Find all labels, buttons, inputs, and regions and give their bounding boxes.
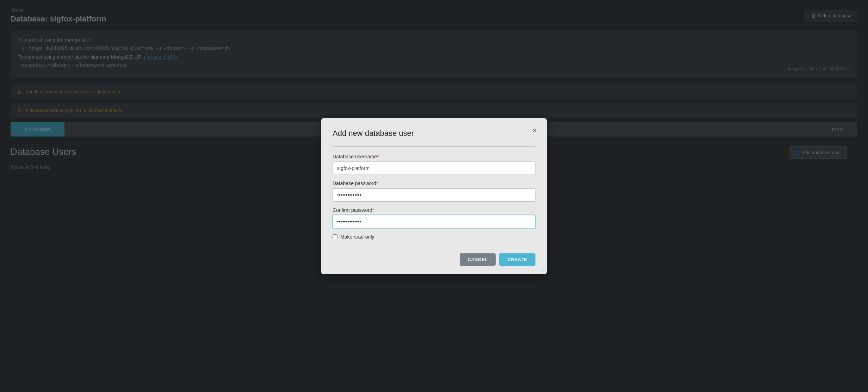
modal-divider [333,146,535,147]
add-user-modal: Add new database user × Database usernam… [321,118,547,274]
password-field-group: Database password* [333,181,535,202]
resize-handle: ⤡ [542,268,545,273]
modal-overlay: Add new database user × Database usernam… [0,0,868,392]
password-label: Database password* [333,181,535,186]
confirm-password-input[interactable] [333,215,535,228]
modal-title: Add new database user [333,129,535,138]
readonly-checkbox[interactable] [333,234,337,239]
confirm-password-field-group: Confirm password* [333,207,535,228]
password-input[interactable] [333,188,535,202]
password-required: * [376,181,378,186]
create-button[interactable]: CREATE [499,253,535,266]
confirm-label: Confirm password* [333,207,535,213]
username-required: * [377,154,379,159]
modal-footer-divider [333,247,535,247]
modal-actions: CANCEL CREATE [333,253,535,266]
confirm-required: * [372,207,374,213]
username-field-group: Database username* [333,154,535,175]
username-input[interactable] [333,162,535,175]
username-label: Database username* [333,154,535,159]
cancel-button[interactable]: CANCEL [460,253,495,266]
modal-close-button[interactable]: × [532,127,537,134]
readonly-label[interactable]: Make read-only [340,234,374,240]
readonly-checkbox-row: Make read-only [333,234,535,240]
